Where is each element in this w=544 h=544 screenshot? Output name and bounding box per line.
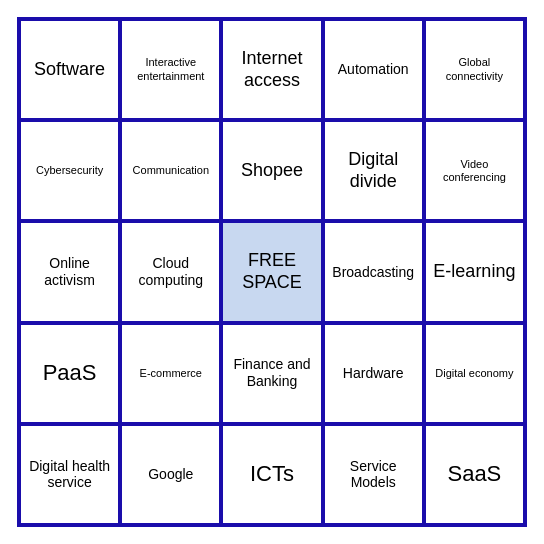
- bingo-cell-1[interactable]: Interactive entertainment: [120, 19, 221, 120]
- cell-text-22: ICTs: [227, 461, 316, 487]
- cell-text-18: Hardware: [329, 365, 418, 382]
- bingo-cell-23[interactable]: Service Models: [323, 424, 424, 525]
- cell-text-6: Communication: [126, 164, 215, 177]
- cell-text-15: PaaS: [25, 360, 114, 386]
- bingo-cell-12[interactable]: FREE SPACE: [221, 221, 322, 322]
- cell-text-0: Software: [25, 59, 114, 81]
- cell-text-7: Shopee: [227, 160, 316, 182]
- cell-text-20: Digital health service: [25, 458, 114, 492]
- bingo-cell-3[interactable]: Automation: [323, 19, 424, 120]
- bingo-cell-10[interactable]: Online activism: [19, 221, 120, 322]
- bingo-cell-13[interactable]: Broadcasting: [323, 221, 424, 322]
- cell-text-4: Global connectivity: [430, 56, 519, 82]
- cell-text-5: Cybersecurity: [25, 164, 114, 177]
- cell-text-13: Broadcasting: [329, 264, 418, 281]
- cell-text-11: Cloud computing: [126, 255, 215, 289]
- cell-text-1: Interactive entertainment: [126, 56, 215, 82]
- bingo-cell-4[interactable]: Global connectivity: [424, 19, 525, 120]
- bingo-board: SoftwareInteractive entertainmentInterne…: [17, 17, 527, 527]
- cell-text-8: Digital divide: [329, 149, 418, 192]
- cell-text-3: Automation: [329, 61, 418, 78]
- bingo-cell-20[interactable]: Digital health service: [19, 424, 120, 525]
- bingo-cell-9[interactable]: Video conferencing: [424, 120, 525, 221]
- cell-text-19: Digital economy: [430, 367, 519, 380]
- bingo-cell-22[interactable]: ICTs: [221, 424, 322, 525]
- bingo-cell-17[interactable]: Finance and Banking: [221, 323, 322, 424]
- bingo-cell-7[interactable]: Shopee: [221, 120, 322, 221]
- cell-text-24: SaaS: [430, 461, 519, 487]
- cell-text-9: Video conferencing: [430, 158, 519, 184]
- cell-text-12: FREE SPACE: [227, 250, 316, 293]
- bingo-cell-15[interactable]: PaaS: [19, 323, 120, 424]
- bingo-cell-16[interactable]: E-commerce: [120, 323, 221, 424]
- cell-text-16: E-commerce: [126, 367, 215, 380]
- cell-text-10: Online activism: [25, 255, 114, 289]
- bingo-cell-0[interactable]: Software: [19, 19, 120, 120]
- bingo-cell-6[interactable]: Communication: [120, 120, 221, 221]
- cell-text-23: Service Models: [329, 458, 418, 492]
- cell-text-2: Internet access: [227, 48, 316, 91]
- bingo-cell-21[interactable]: Google: [120, 424, 221, 525]
- cell-text-21: Google: [126, 466, 215, 483]
- bingo-cell-14[interactable]: E-learning: [424, 221, 525, 322]
- bingo-cell-11[interactable]: Cloud computing: [120, 221, 221, 322]
- bingo-cell-18[interactable]: Hardware: [323, 323, 424, 424]
- cell-text-17: Finance and Banking: [227, 356, 316, 390]
- bingo-cell-2[interactable]: Internet access: [221, 19, 322, 120]
- cell-text-14: E-learning: [430, 261, 519, 283]
- bingo-cell-5[interactable]: Cybersecurity: [19, 120, 120, 221]
- bingo-cell-8[interactable]: Digital divide: [323, 120, 424, 221]
- bingo-cell-24[interactable]: SaaS: [424, 424, 525, 525]
- bingo-cell-19[interactable]: Digital economy: [424, 323, 525, 424]
